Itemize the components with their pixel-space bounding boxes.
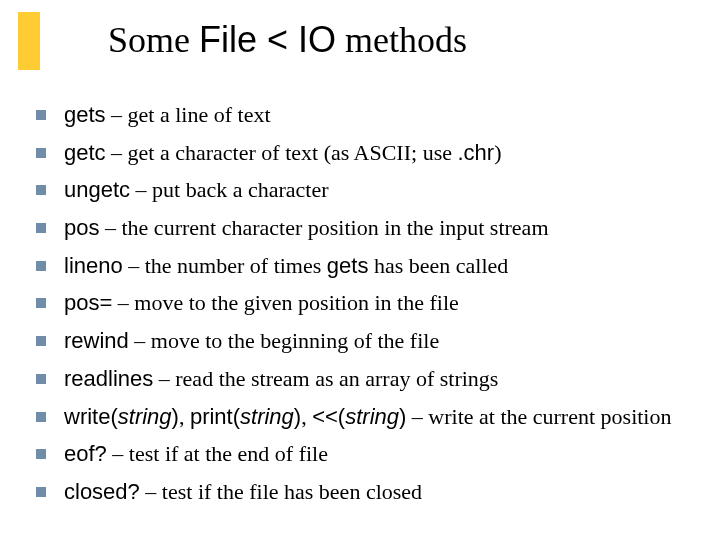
text-segment: – test if at the end of file — [107, 441, 328, 466]
text-segment: ) — [172, 404, 179, 429]
bullet-icon — [36, 110, 46, 120]
list-item: pos – the current character position in … — [36, 213, 690, 243]
text-segment: string — [118, 404, 172, 429]
bullet-icon — [36, 261, 46, 271]
list-item-text: pos= – move to the given position in the… — [64, 288, 690, 318]
text-segment: rewind — [64, 328, 129, 353]
text-segment: pos — [64, 215, 99, 240]
text-segment: – the number of times — [123, 253, 327, 278]
text-segment: – get a character of text (as ASCII; use — [106, 140, 458, 165]
list-item: getc – get a character of text (as ASCII… — [36, 138, 690, 168]
text-segment: pos= — [64, 290, 112, 315]
text-segment: , — [179, 404, 190, 429]
text-segment: string — [345, 404, 399, 429]
list-item-text: eof? – test if at the end of file — [64, 439, 690, 469]
text-segment: – get a line of text — [106, 102, 271, 127]
text-segment: print( — [190, 404, 240, 429]
text-segment: readlines — [64, 366, 153, 391]
bullet-icon — [36, 185, 46, 195]
bullet-icon — [36, 449, 46, 459]
list-item: readlines – read the stream as an array … — [36, 364, 690, 394]
list-item: closed? – test if the file has been clos… — [36, 477, 690, 507]
list-item: pos= – move to the given position in the… — [36, 288, 690, 318]
text-segment: gets — [64, 102, 106, 127]
text-segment: – write at the current position — [406, 404, 671, 429]
text-segment: – test if the file has been closed — [140, 479, 422, 504]
list-item-text: lineno – the number of times gets has be… — [64, 251, 690, 281]
bullet-icon — [36, 298, 46, 308]
text-segment: , — [301, 404, 312, 429]
list-item-text: rewind – move to the beginning of the fi… — [64, 326, 690, 356]
bullet-icon — [36, 487, 46, 497]
text-segment: getc — [64, 140, 106, 165]
text-segment: lineno — [64, 253, 123, 278]
slide-title: Some File < IO methods — [108, 20, 467, 61]
bullet-icon — [36, 374, 46, 384]
text-segment: ungetc — [64, 177, 130, 202]
accent-bar — [18, 12, 40, 70]
list-item-text: ungetc – put back a character — [64, 175, 690, 205]
list-item-text: write(string), print(string), <<(string)… — [64, 402, 690, 432]
list-item: eof? – test if at the end of file — [36, 439, 690, 469]
text-segment: – the current character position in the … — [99, 215, 548, 240]
text-segment: write( — [64, 404, 118, 429]
list-item-text: closed? – test if the file has been clos… — [64, 477, 690, 507]
list-item-text: readlines – read the stream as an array … — [64, 364, 690, 394]
list-item: gets – get a line of text — [36, 100, 690, 130]
bullet-icon — [36, 223, 46, 233]
text-segment: – move to the beginning of the file — [129, 328, 439, 353]
list-item: ungetc – put back a character — [36, 175, 690, 205]
text-segment: string — [240, 404, 294, 429]
list-item: write(string), print(string), <<(string)… — [36, 402, 690, 432]
list-item: rewind – move to the beginning of the fi… — [36, 326, 690, 356]
title-post: methods — [336, 20, 467, 60]
text-segment: .chr — [457, 140, 494, 165]
title-code: File < IO — [199, 19, 336, 60]
text-segment: ) — [494, 140, 501, 165]
text-segment: eof? — [64, 441, 107, 466]
bullet-list: gets – get a line of textgetc – get a ch… — [36, 100, 690, 515]
text-segment: closed? — [64, 479, 140, 504]
title-pre: Some — [108, 20, 199, 60]
text-segment: – move to the given position in the file — [112, 290, 458, 315]
list-item-text: getc – get a character of text (as ASCII… — [64, 138, 690, 168]
bullet-icon — [36, 412, 46, 422]
list-item: lineno – the number of times gets has be… — [36, 251, 690, 281]
text-segment: <<( — [312, 404, 345, 429]
bullet-icon — [36, 336, 46, 346]
text-segment: – put back a character — [130, 177, 329, 202]
text-segment: – read the stream as an array of strings — [153, 366, 498, 391]
list-item-text: pos – the current character position in … — [64, 213, 690, 243]
list-item-text: gets – get a line of text — [64, 100, 690, 130]
bullet-icon — [36, 148, 46, 158]
text-segment: has been called — [368, 253, 508, 278]
text-segment: gets — [327, 253, 369, 278]
